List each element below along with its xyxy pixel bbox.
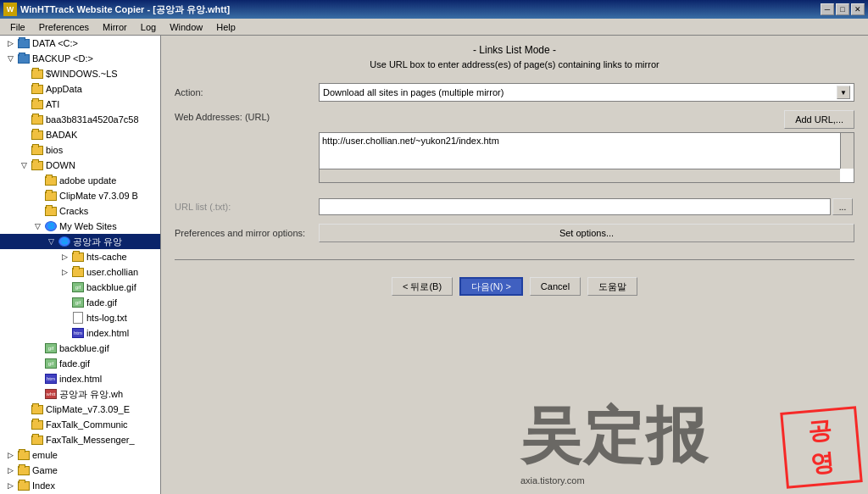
back-button[interactable]: < 뒤로(B) xyxy=(392,277,453,296)
tree-item-fade-gif2[interactable]: gif fade.gif xyxy=(0,356,160,371)
url-list-label: URL list (.txt): xyxy=(175,202,319,212)
tree-label-emule: emule xyxy=(32,450,58,460)
url-scrollbar-horizontal[interactable] xyxy=(320,169,840,182)
toggle-mywebsites[interactable]: ▽ xyxy=(31,219,44,233)
tree-label-fade-gif2: fade.gif xyxy=(59,358,90,369)
tree-label-gongyang: 공앙과 유앙 xyxy=(73,236,122,248)
watermark-text: 吴定报 xyxy=(520,396,709,477)
folder-icon-adobe xyxy=(44,175,58,186)
tree-item-emule[interactable]: ▷ emule xyxy=(0,447,160,463)
world-icon-gongyang: 🌐 xyxy=(58,236,71,247)
url-list-browse-button[interactable]: ... xyxy=(832,198,853,215)
tree-item-baa3b[interactable]: baa3b831a4520a7c58 xyxy=(0,112,160,127)
tree-item-backup-d[interactable]: ▽ BACKUP <D:> xyxy=(0,51,160,66)
action-dropdown[interactable]: Download all sites in pages (multiple mi… xyxy=(319,83,854,102)
toggle-backup-d[interactable]: ▽ xyxy=(3,52,17,65)
tree-label-data-c: DATA <C:> xyxy=(32,38,78,48)
tree-item-user-chollian[interactable]: ▷ user.chollian xyxy=(0,264,160,280)
folder-icon-game xyxy=(17,464,31,476)
tree-item-bios[interactable]: bios xyxy=(0,142,160,158)
folder-icon-appdata xyxy=(31,83,44,95)
tree-label-down: DOWN xyxy=(46,160,75,170)
folder-icon-clipmate xyxy=(44,190,58,202)
watermark: 吴定报 axia.tistory.com 공영 xyxy=(512,392,868,494)
gif-icon-fade: gif xyxy=(71,297,85,308)
url-scrollbar-vertical[interactable] xyxy=(840,133,854,169)
tree-item-index-html2[interactable]: htm index.html xyxy=(0,371,160,386)
toggle-hts-cache[interactable]: ▷ xyxy=(58,250,71,264)
minimize-button[interactable]: ─ xyxy=(821,3,834,15)
close-button[interactable]: ✕ xyxy=(851,3,865,15)
tree-item-clipmate-e[interactable]: ClipMate_v7.3.09_E xyxy=(0,402,160,417)
tree-item-data-c[interactable]: ▷ DATA <C:> xyxy=(0,36,160,51)
tree-item-fade-gif[interactable]: gif fade.gif xyxy=(0,295,160,310)
folder-icon-down xyxy=(31,159,44,171)
preferences-label: Preferences and mirror options: xyxy=(175,228,319,238)
tree-item-index[interactable]: ▷ Index xyxy=(0,478,160,493)
set-options-button[interactable]: Set options... xyxy=(319,224,854,242)
tree-label-index-html2: index.html xyxy=(59,374,102,384)
tree-item-down[interactable]: ▽ DOWN xyxy=(0,158,160,173)
folder-icon-cracks xyxy=(44,205,58,217)
menu-help[interactable]: Help xyxy=(209,20,242,34)
tree-item-faxtalk-c[interactable]: FaxTalk_Communic xyxy=(0,417,160,432)
tree-item-gongyang[interactable]: ▽ 🌐 공앙과 유앙 xyxy=(0,234,160,249)
tree-item-windows-ls[interactable]: $WINDOWS.~LS xyxy=(0,66,160,81)
preferences-row: Preferences and mirror options: Set opti… xyxy=(175,224,854,242)
tree-item-index-html[interactable]: htm index.html xyxy=(0,325,160,341)
preferences-control: Set options... xyxy=(319,224,854,242)
tree-item-clipmate[interactable]: ClipMate v7.3.09 B xyxy=(0,188,160,203)
folder-icon-windows-ls xyxy=(31,68,44,80)
tree-item-cracks[interactable]: Cracks xyxy=(0,203,160,219)
add-url-button[interactable]: Add URL,... xyxy=(784,110,854,129)
menu-mirror[interactable]: Mirror xyxy=(96,20,134,34)
toggle-game[interactable]: ▷ xyxy=(3,463,17,477)
tree-item-mywebsites[interactable]: ▽ 🌐 My Web Sites xyxy=(0,219,160,234)
tree-item-hts-log[interactable]: hts-log.txt xyxy=(0,310,160,325)
drive-icon-d xyxy=(17,53,31,64)
tree-item-hts-cache[interactable]: ▷ hts-cache xyxy=(0,249,160,264)
toggle-gongyang[interactable]: ▽ xyxy=(44,235,58,248)
web-addresses-row: Web Addresses: (URL) Add URL,... http://… xyxy=(175,110,854,183)
help-button[interactable]: 도움말 xyxy=(587,277,637,296)
gif-icon-backblue2: gif xyxy=(44,342,58,354)
action-label: Action: xyxy=(175,87,319,97)
tree-item-game[interactable]: ▷ Game xyxy=(0,463,160,478)
next-button[interactable]: 다음(N) > xyxy=(459,277,523,296)
tree-label-appdata: AppData xyxy=(46,84,82,94)
toggle-down[interactable]: ▽ xyxy=(17,158,31,172)
tree-item-badak[interactable]: BADAK xyxy=(0,127,160,142)
menu-log[interactable]: Log xyxy=(134,20,163,34)
tree-label-cracks: Cracks xyxy=(59,206,88,216)
tree-item-backblue-gif[interactable]: gif backblue.gif xyxy=(0,280,160,295)
world-icon-mywebsites: 🌐 xyxy=(44,220,58,232)
folder-icon-faxtalk-c xyxy=(31,419,44,430)
tree-item-ati[interactable]: ATI xyxy=(0,97,160,112)
action-dropdown-arrow[interactable]: ▼ xyxy=(837,86,850,99)
menu-bar: File Preferences Mirror Log Window Help xyxy=(0,19,868,36)
tree-label-ati: ATI xyxy=(46,99,59,109)
file-icon-hts-log xyxy=(71,312,85,324)
tree-label-index-html: index.html xyxy=(86,328,129,338)
folder-icon-faxtalk-m xyxy=(31,434,44,446)
menu-preferences[interactable]: Preferences xyxy=(32,20,96,34)
folder-icon-hts-cache xyxy=(71,251,85,263)
tree-label-user-chollian: user.chollian xyxy=(86,267,138,277)
maximize-button[interactable]: □ xyxy=(836,3,849,15)
url-list-input[interactable] xyxy=(319,198,831,215)
menu-window[interactable]: Window xyxy=(163,20,209,34)
tree-label-baa3b: baa3b831a4520a7c58 xyxy=(46,114,139,125)
toggle-emule[interactable]: ▷ xyxy=(3,448,17,462)
menu-file[interactable]: File xyxy=(3,20,32,34)
tree-item-backblue-gif2[interactable]: gif backblue.gif xyxy=(0,341,160,356)
tree-item-appdata[interactable]: AppData xyxy=(0,81,160,97)
toggle-data-c[interactable]: ▷ xyxy=(3,36,17,50)
tree-item-faxtalk-m[interactable]: FaxTalk_Messenger_ xyxy=(0,432,160,447)
tree-item-gongyang-wh[interactable]: whtt 공앙과 유앙.wh xyxy=(0,386,160,402)
cancel-button[interactable]: Cancel xyxy=(530,277,581,296)
toggle-user-chollian[interactable]: ▷ xyxy=(58,265,71,279)
toggle-index[interactable]: ▷ xyxy=(3,479,17,492)
tree-item-adobe[interactable]: adobe update xyxy=(0,173,160,188)
folder-icon-index xyxy=(17,480,31,491)
action-control: Download all sites in pages (multiple mi… xyxy=(319,83,854,102)
